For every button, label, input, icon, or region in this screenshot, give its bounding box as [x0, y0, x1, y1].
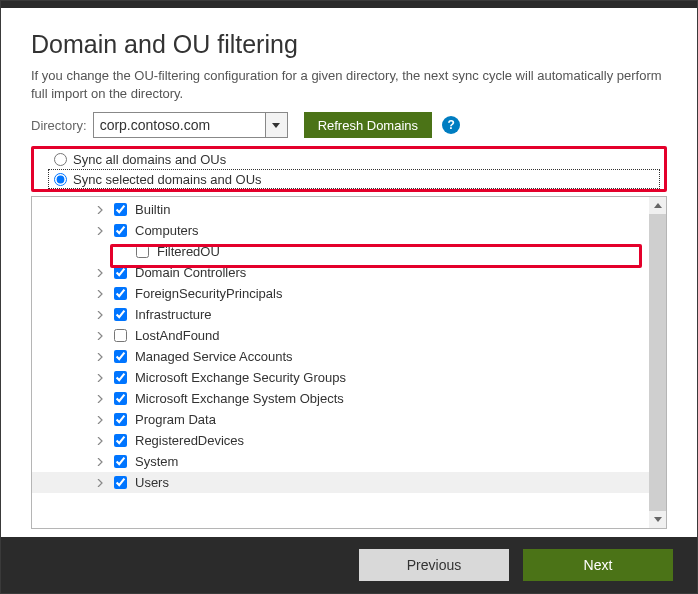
- expander-icon[interactable]: [94, 479, 106, 487]
- expander-icon[interactable]: [94, 416, 106, 424]
- ou-tree-scroll[interactable]: BuiltinComputersFilteredOUDomain Control…: [32, 197, 649, 528]
- tree-row[interactable]: Managed Service Accounts: [32, 346, 649, 367]
- ou-checkbox[interactable]: [114, 413, 127, 426]
- ou-label: Users: [135, 475, 169, 490]
- directory-combobox[interactable]: corp.contoso.com: [93, 112, 288, 138]
- ou-tree: BuiltinComputersFilteredOUDomain Control…: [32, 197, 649, 495]
- sync-mode-highlight: Sync all domains and OUs Sync selected d…: [31, 146, 667, 192]
- ou-checkbox[interactable]: [114, 203, 127, 216]
- ou-label: Builtin: [135, 202, 170, 217]
- ou-checkbox[interactable]: [114, 455, 127, 468]
- tree-row[interactable]: Builtin: [32, 199, 649, 220]
- sync-all-label: Sync all domains and OUs: [73, 152, 226, 167]
- scroll-up-button[interactable]: [649, 197, 666, 214]
- sync-all-radio[interactable]: [54, 153, 67, 166]
- ou-label: System: [135, 454, 178, 469]
- wizard-footer: Previous Next: [1, 537, 697, 593]
- ou-label: FilteredOU: [157, 244, 220, 259]
- ou-label: LostAndFound: [135, 328, 220, 343]
- expander-icon[interactable]: [94, 395, 106, 403]
- expander-icon[interactable]: [94, 206, 106, 214]
- expander-icon[interactable]: [94, 290, 106, 298]
- ou-checkbox[interactable]: [114, 476, 127, 489]
- expander-icon[interactable]: [94, 437, 106, 445]
- titlebar-strip: [1, 1, 697, 8]
- chevron-down-icon: [654, 517, 662, 522]
- ou-label: Infrastructure: [135, 307, 212, 322]
- tree-row[interactable]: Computers: [32, 220, 649, 241]
- previous-button[interactable]: Previous: [359, 549, 509, 581]
- next-button[interactable]: Next: [523, 549, 673, 581]
- chevron-down-icon: [272, 123, 280, 128]
- ou-checkbox[interactable]: [114, 308, 127, 321]
- vertical-scrollbar[interactable]: [649, 197, 666, 528]
- sync-mode-group: Sync all domains and OUs Sync selected d…: [48, 149, 664, 189]
- directory-row: Directory: corp.contoso.com Refresh Doma…: [31, 112, 667, 138]
- tree-row[interactable]: Microsoft Exchange System Objects: [32, 388, 649, 409]
- refresh-domains-button[interactable]: Refresh Domains: [304, 112, 432, 138]
- wizard-window: Domain and OU filtering If you change th…: [0, 0, 698, 594]
- ou-checkbox[interactable]: [114, 224, 127, 237]
- page-title: Domain and OU filtering: [31, 30, 667, 59]
- tree-row[interactable]: Users: [32, 472, 649, 493]
- ou-label: Microsoft Exchange System Objects: [135, 391, 344, 406]
- expander-icon[interactable]: [94, 332, 106, 340]
- ou-label: ForeignSecurityPrincipals: [135, 286, 282, 301]
- directory-value: corp.contoso.com: [94, 114, 265, 136]
- ou-checkbox[interactable]: [114, 350, 127, 363]
- ou-checkbox[interactable]: [114, 329, 127, 342]
- page-description: If you change the OU-filtering configura…: [31, 67, 667, 102]
- ou-label: Managed Service Accounts: [135, 349, 293, 364]
- sync-selected-option[interactable]: Sync selected domains and OUs: [48, 169, 660, 189]
- ou-label: Microsoft Exchange Security Groups: [135, 370, 346, 385]
- tree-row[interactable]: LostAndFound: [32, 325, 649, 346]
- tree-row[interactable]: Domain Controllers: [32, 262, 649, 283]
- expander-icon[interactable]: [94, 269, 106, 277]
- ou-label: RegisteredDevices: [135, 433, 244, 448]
- sync-selected-label: Sync selected domains and OUs: [73, 172, 262, 187]
- tree-row[interactable]: System: [32, 451, 649, 472]
- help-icon[interactable]: ?: [442, 116, 460, 134]
- ou-checkbox[interactable]: [114, 266, 127, 279]
- tree-row[interactable]: RegisteredDevices: [32, 430, 649, 451]
- ou-checkbox[interactable]: [136, 245, 149, 258]
- tree-row[interactable]: FilteredOU: [32, 241, 649, 262]
- expander-icon[interactable]: [94, 311, 106, 319]
- chevron-up-icon: [654, 203, 662, 208]
- ou-checkbox[interactable]: [114, 392, 127, 405]
- content-area: Domain and OU filtering If you change th…: [1, 8, 697, 537]
- ou-label: Computers: [135, 223, 199, 238]
- expander-icon[interactable]: [94, 227, 106, 235]
- sync-selected-radio[interactable]: [54, 173, 67, 186]
- tree-row[interactable]: Infrastructure: [32, 304, 649, 325]
- ou-checkbox[interactable]: [114, 434, 127, 447]
- scroll-thumb[interactable]: [649, 214, 666, 511]
- expander-icon[interactable]: [94, 374, 106, 382]
- ou-tree-container: BuiltinComputersFilteredOUDomain Control…: [31, 196, 667, 529]
- ou-label: Program Data: [135, 412, 216, 427]
- directory-dropdown-button[interactable]: [265, 113, 287, 137]
- ou-checkbox[interactable]: [114, 287, 127, 300]
- tree-row[interactable]: Program Data: [32, 409, 649, 430]
- expander-icon[interactable]: [94, 458, 106, 466]
- tree-row[interactable]: ForeignSecurityPrincipals: [32, 283, 649, 304]
- directory-label: Directory:: [31, 118, 87, 133]
- sync-all-option[interactable]: Sync all domains and OUs: [48, 149, 664, 169]
- expander-icon[interactable]: [94, 353, 106, 361]
- tree-row[interactable]: Microsoft Exchange Security Groups: [32, 367, 649, 388]
- ou-checkbox[interactable]: [114, 371, 127, 384]
- ou-label: Domain Controllers: [135, 265, 246, 280]
- scroll-down-button[interactable]: [649, 511, 666, 528]
